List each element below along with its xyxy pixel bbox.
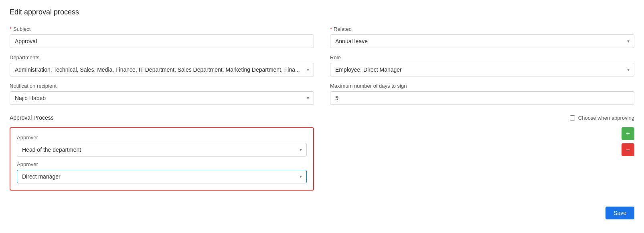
- role-group: Role Employee, Direct Manager ▾: [330, 54, 634, 76]
- approver-2-select[interactable]: Direct manager: [17, 170, 307, 183]
- notification-recipient-label: Notification recipient: [10, 83, 314, 89]
- approver-1-label: Approver: [17, 135, 307, 141]
- related-group: *Related Annual leave ▾: [330, 26, 634, 48]
- subject-label: *Subject: [10, 26, 314, 32]
- max-days-group: Maximum number of days to sign: [330, 83, 634, 105]
- add-approver-button[interactable]: +: [622, 127, 634, 140]
- approval-process-title: Approval Process: [10, 114, 54, 121]
- related-label: *Related: [330, 26, 634, 32]
- subject-input[interactable]: [10, 34, 314, 48]
- approver-2-select-wrapper: Direct manager ▾: [17, 170, 307, 183]
- departments-select-wrapper: Administration, Technical, Sales, Media,…: [10, 63, 314, 76]
- notification-recipient-group: Notification recipient Najib Habeb ▾: [10, 83, 314, 105]
- approver-2-label: Approver: [17, 161, 307, 167]
- notification-recipient-select-wrapper: Najib Habeb ▾: [10, 91, 314, 105]
- departments-label: Departments: [10, 54, 314, 60]
- approval-process-header: Approval Process Choose when approving: [10, 114, 634, 121]
- role-select[interactable]: Employee, Direct Manager: [330, 63, 634, 76]
- choose-when-approving-checkbox[interactable]: [570, 115, 575, 121]
- approver-1-select-wrapper: Head of the department ▾: [17, 143, 307, 157]
- approver-block: Approver Head of the department ▾ Approv…: [10, 127, 314, 191]
- page-title: Edit approval process: [10, 8, 634, 16]
- save-button[interactable]: Save: [606, 207, 634, 219]
- role-label: Role: [330, 54, 634, 60]
- approval-process-area: Approver Head of the department ▾ Approv…: [10, 127, 634, 191]
- approver-1-select[interactable]: Head of the department: [17, 143, 307, 157]
- approver-1-group: Approver Head of the department ▾: [17, 135, 307, 157]
- remove-approver-button[interactable]: −: [622, 143, 634, 156]
- max-days-label: Maximum number of days to sign: [330, 83, 634, 89]
- notification-recipient-select[interactable]: Najib Habeb: [10, 91, 314, 105]
- choose-when-approving-label: Choose when approving: [578, 115, 634, 121]
- role-select-wrapper: Employee, Direct Manager ▾: [330, 63, 634, 76]
- departments-select[interactable]: Administration, Technical, Sales, Media,…: [10, 63, 314, 76]
- save-row: Save: [10, 200, 634, 219]
- max-days-input[interactable]: [330, 91, 634, 105]
- departments-group: Departments Administration, Technical, S…: [10, 54, 314, 76]
- approver-2-group: Approver Direct manager ▾: [17, 161, 307, 183]
- approver-actions: + −: [330, 127, 634, 191]
- related-select-wrapper: Annual leave ▾: [330, 34, 634, 48]
- related-select[interactable]: Annual leave: [330, 34, 634, 48]
- subject-group: *Subject: [10, 26, 314, 48]
- choose-when-approving-container: Choose when approving: [570, 115, 634, 121]
